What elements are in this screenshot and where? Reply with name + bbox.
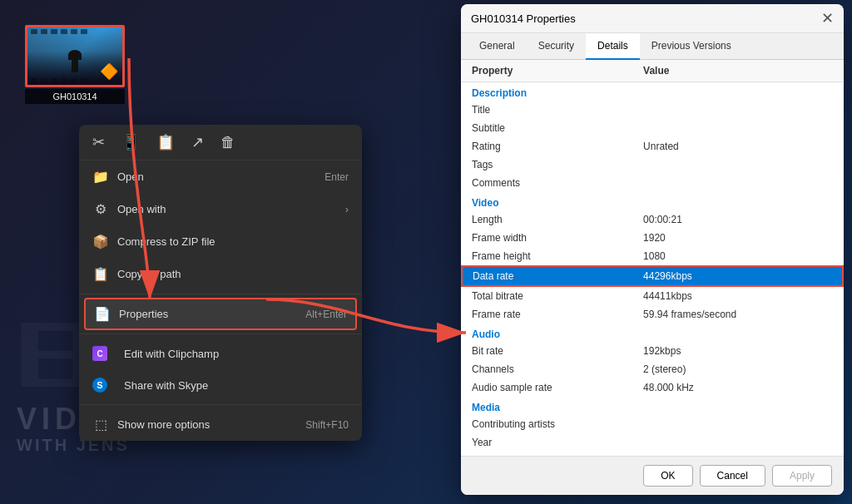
paste-icon[interactable]: 📋 [156,133,175,151]
prop-bit-rate: Bit rate [462,342,633,360]
more-icon: ⬚ [92,417,109,432]
val-data-rate: 44296kbps [633,266,843,286]
thumbnail-image: 🔶 [25,25,125,87]
menu-item-open-with[interactable]: ⚙ Open with › [79,193,362,225]
context-menu: ✂ 📱 📋 ↗ 🗑 📁 Open Enter ⚙ Open with › 📦 C… [79,125,362,441]
row-title: Title [462,101,843,119]
section-media: Media [462,397,843,415]
row-length: Length 00:00:21 [462,210,843,229]
prop-total-bitrate: Total bitrate [462,286,633,305]
row-frame-width: Frame width 1920 [462,229,843,247]
menu-item-properties[interactable]: 📄 Properties Alt+Enter [84,298,357,330]
menu-item-compress[interactable]: 📦 Compress to ZIP file [79,225,362,258]
arrow-icon: › [345,203,349,215]
val-artists [633,415,843,433]
col-value: Value [633,60,843,82]
prop-tags: Tags [462,156,633,174]
val-channels: 2 (stereo) [633,360,843,378]
separator-2 [79,334,362,334]
delete-icon[interactable]: 🗑 [220,134,235,151]
val-total-bitrate: 44411kbps [633,286,843,305]
tab-security[interactable]: Security [527,33,586,60]
menu-item-more[interactable]: ⬚ Show more options Shift+F10 [79,408,362,441]
context-toolbar: ✂ 📱 📋 ↗ 🗑 [79,125,362,161]
prop-length: Length [462,210,633,229]
section-audio: Audio [462,324,843,342]
row-bit-rate: Bit rate 192kbps [462,342,843,360]
prop-title: Title [462,101,633,119]
copy-icon[interactable]: 📱 [121,133,140,151]
prop-artists: Contributing artists [462,415,633,433]
prop-year: Year [462,433,633,452]
section-description-label: Description [462,82,843,101]
val-year [633,433,843,452]
section-video-label: Video [462,192,843,210]
menu-skype-label: Share with Skype [124,379,208,392]
prop-frame-height: Frame height [462,247,633,266]
val-rating: Unrated [633,137,843,156]
ok-button[interactable]: OK [643,465,692,487]
dialog-footer: OK Cancel Apply [461,456,844,495]
share-icon[interactable]: ↗ [191,133,204,151]
tab-general[interactable]: General [468,33,527,60]
apply-button[interactable]: Apply [772,465,832,487]
val-title [633,101,843,119]
tab-previous-versions[interactable]: Previous Versions [640,33,743,60]
vlc-icon: 🔶 [100,62,118,81]
row-sample-rate: Audio sample rate 48.000 kHz [462,378,843,397]
more-shortcut: Shift+F10 [305,419,349,431]
val-subtitle [633,119,843,137]
tab-details[interactable]: Details [586,33,640,60]
menu-item-copypath[interactable]: 📋 Copy as path [79,258,362,290]
file-thumbnail: 🔶 GH010314 [25,25,125,104]
section-media-label: Media [462,397,843,415]
compress-icon: 📦 [92,234,109,250]
thumbnail-label: GH010314 [25,89,125,104]
cancel-button[interactable]: Cancel [700,465,765,487]
dialog-title: GH010314 Properties [471,12,576,25]
section-audio-label: Audio [462,324,843,342]
row-artists: Contributing artists [462,415,843,433]
val-comments [633,174,843,192]
row-tags: Tags [462,156,843,174]
dialog-tabs: General Security Details Previous Versio… [461,33,844,60]
prop-subtitle: Subtitle [462,119,633,137]
row-comments: Comments [462,174,843,192]
menu-copypath-label: Copy as path [117,268,181,280]
val-frame-height: 1080 [633,247,843,266]
section-video: Video [462,192,843,210]
properties-table: Property Value Description Title Subtitl… [461,60,844,452]
row-frame-rate: Frame rate 59.94 frames/second [462,305,843,324]
row-channels: Channels 2 (stereo) [462,360,843,378]
prop-sample-rate: Audio sample rate [462,378,633,397]
remove-properties-link[interactable]: Remove Properties and Personal Informati… [461,452,844,456]
close-button[interactable]: ✕ [821,11,834,26]
val-frame-rate: 59.94 frames/second [633,305,843,324]
open-icon: 📁 [92,169,109,185]
prop-frame-rate: Frame rate [462,305,633,324]
menu-open-label: Open [117,170,144,183]
menu-item-skype[interactable]: S Share with Skype [79,369,362,401]
properties-dialog: GH010314 Properties ✕ General Security D… [461,4,844,495]
separator-1 [79,294,362,294]
val-length: 00:00:21 [633,210,843,229]
val-frame-width: 1920 [633,229,843,247]
menu-item-clipchamp[interactable]: C Edit with Clipchamp [79,338,362,369]
row-year: Year [462,433,843,452]
cut-icon[interactable]: ✂ [92,133,105,151]
val-tags [633,156,843,174]
menu-compress-label: Compress to ZIP file [117,235,215,248]
openwith-icon: ⚙ [92,201,109,217]
table-header-row: Property Value [462,60,843,82]
row-frame-height: Frame height 1080 [462,247,843,266]
row-data-rate: Data rate 44296kbps [462,266,843,286]
menu-more-label: Show more options [117,418,210,431]
row-subtitle: Subtitle [462,119,843,137]
menu-properties-label: Properties [119,308,168,320]
prop-comments: Comments [462,174,633,192]
skype-icon: S [92,378,107,393]
prop-frame-width: Frame width [462,229,633,247]
menu-item-open[interactable]: 📁 Open Enter [79,161,362,193]
val-sample-rate: 48.000 kHz [633,378,843,397]
dialog-titlebar: GH010314 Properties ✕ [461,4,844,33]
